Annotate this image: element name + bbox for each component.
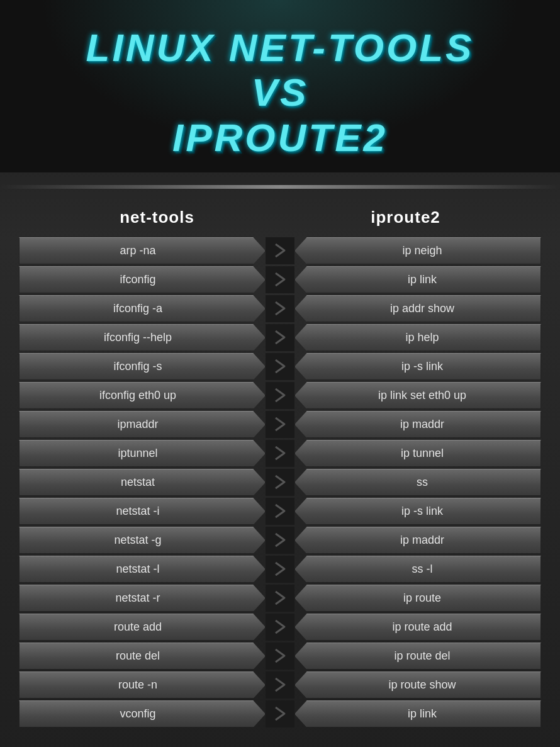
right-cell: ip route show (294, 671, 541, 699)
right-column-header: iproute2 (371, 208, 440, 227)
center-gap (266, 382, 294, 409)
center-gap (266, 411, 294, 438)
right-cell: ip route del (294, 643, 541, 670)
main-title: LINUX NET-TOOLS VS IPROUTE2 (13, 25, 547, 160)
right-cell: ss (294, 469, 541, 496)
table-row: netstatss (19, 469, 541, 496)
table-row: ifconfig -sip -s link (19, 353, 541, 380)
table-row: netstat -iip -s link (19, 498, 541, 525)
left-cell: route add (19, 614, 266, 641)
center-gap (266, 643, 294, 670)
right-cell: ss -l (294, 556, 541, 583)
center-gap (266, 469, 294, 496)
content-section: net-tools iproute2 arp -naip neighifconf… (0, 195, 560, 747)
center-gap (266, 700, 294, 727)
left-cell: netstat -g (19, 527, 266, 554)
table-row: netstat -lss -l (19, 556, 541, 583)
column-headers: net-tools iproute2 (19, 208, 541, 227)
right-cell: ip link set eth0 up (294, 382, 541, 409)
table-row: route delip route del (19, 643, 541, 670)
left-cell: ifconfig -s (19, 353, 266, 380)
center-gap (266, 556, 294, 583)
left-cell: vconfig (19, 700, 266, 727)
right-cell: ip link (294, 700, 541, 727)
right-cell: ip -s link (294, 353, 541, 380)
center-gap (266, 527, 294, 554)
right-cell: ip link (294, 266, 541, 293)
table-row: ifconfig --helpip help (19, 324, 541, 351)
right-cell: ip neigh (294, 237, 541, 264)
center-gap (266, 353, 294, 380)
center-gap (266, 237, 294, 264)
right-cell: ip route add (294, 614, 541, 641)
center-gap (266, 614, 294, 641)
table-row: ifconfigip link (19, 266, 541, 293)
comparison-table: arp -naip neighifconfigip linkifconfig -… (19, 237, 541, 727)
header-section: LINUX NET-TOOLS VS IPROUTE2 (0, 0, 560, 172)
center-gap (266, 498, 294, 525)
table-row: vconfigip link (19, 700, 541, 727)
left-cell: route -n (19, 671, 266, 699)
left-cell: netstat (19, 469, 266, 496)
right-cell: ip maddr (294, 527, 541, 554)
left-cell: ifconfig (19, 266, 266, 293)
right-cell: ip route (294, 585, 541, 612)
left-cell: route del (19, 643, 266, 670)
table-row: netstat -rip route (19, 585, 541, 612)
left-cell: netstat -i (19, 498, 266, 525)
table-row: iptunnelip tunnel (19, 440, 541, 467)
right-cell: ip tunnel (294, 440, 541, 467)
left-cell: ifconfig -a (19, 295, 266, 322)
table-row: ifconfig -aip addr show (19, 295, 541, 322)
table-row: arp -naip neigh (19, 237, 541, 264)
left-cell: netstat -l (19, 556, 266, 583)
center-gap (266, 585, 294, 612)
left-cell: ipmaddr (19, 411, 266, 438)
left-cell: ifconfig --help (19, 324, 266, 351)
center-gap (266, 295, 294, 322)
left-cell: arp -na (19, 237, 266, 264)
table-row: route -nip route show (19, 671, 541, 699)
left-cell: ifconfig eth0 up (19, 382, 266, 409)
table-row: ipmaddrip maddr (19, 411, 541, 438)
right-cell: ip -s link (294, 498, 541, 525)
table-row: netstat -gip maddr (19, 527, 541, 554)
right-cell: ip help (294, 324, 541, 351)
divider-bar (0, 185, 560, 189)
left-cell: iptunnel (19, 440, 266, 467)
right-cell: ip maddr (294, 411, 541, 438)
center-gap (266, 440, 294, 467)
center-gap (266, 324, 294, 351)
center-gap (266, 266, 294, 293)
left-column-header: net-tools (120, 208, 194, 227)
center-gap (266, 671, 294, 699)
right-cell: ip addr show (294, 295, 541, 322)
table-row: route addip route add (19, 614, 541, 641)
table-row: ifconfig eth0 upip link set eth0 up (19, 382, 541, 409)
left-cell: netstat -r (19, 585, 266, 612)
